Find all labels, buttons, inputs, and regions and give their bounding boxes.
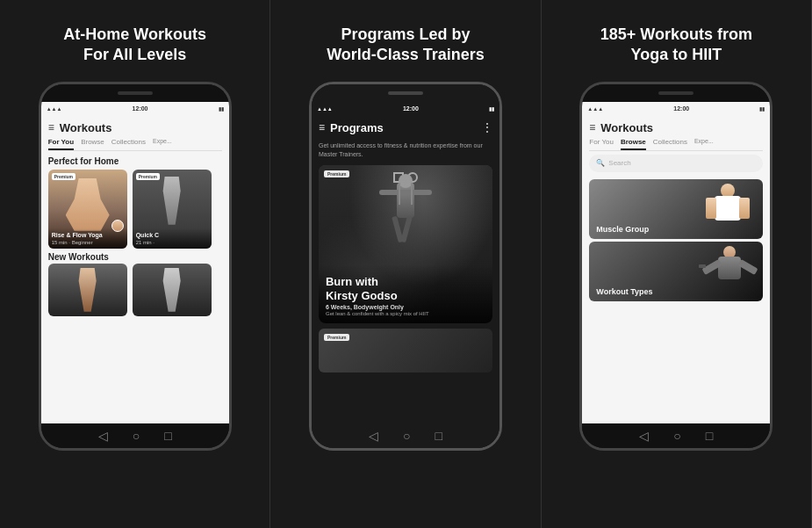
browse-card-types[interactable]: Workout Types xyxy=(589,242,763,301)
phone3: ▲▲▲ 12:00 ▮▮ ≡ Workouts For You Browse C… xyxy=(579,82,772,451)
tab-browse[interactable]: Browse xyxy=(81,138,104,150)
quick-person xyxy=(154,177,190,225)
quick-card-info: Quick C 21 min · xyxy=(133,228,212,248)
phone2-speaker xyxy=(388,91,423,95)
tab3-browse[interactable]: Browse xyxy=(621,138,646,150)
phone2-top-bar xyxy=(312,84,499,102)
panel2-title: Programs Led by World-Class Trainers xyxy=(327,25,485,66)
second-card-badge: Premium xyxy=(324,334,349,341)
phone1-app-header: ≡ Workouts xyxy=(41,116,229,134)
tab3-expert[interactable]: Expe... xyxy=(694,138,714,150)
main-card-premium-badge: Premium xyxy=(324,170,349,177)
program-desc-small: Get lean & confident with a spicy mix of… xyxy=(326,311,485,316)
panel2-title-line1: Programs Led by xyxy=(341,25,470,43)
yoga-premium-badge: Premium xyxy=(52,173,75,180)
new-card-1[interactable] xyxy=(48,264,127,316)
panel3-title-line2: Yoga to HIIT xyxy=(630,46,722,63)
panel1-title: At-Home Workouts For All Levels xyxy=(63,25,206,66)
phone3-time: 12:00 xyxy=(673,105,689,112)
muscle-group-label: Muscle Group xyxy=(596,225,649,234)
tab-expert[interactable]: Expe... xyxy=(153,138,172,150)
phone2-screen: ≡ Programs ⋮ Get unlimited access to fit… xyxy=(312,116,499,423)
quick-card-title: Quick C xyxy=(136,232,208,239)
new-card-person xyxy=(70,268,105,312)
phone1-screen: ≡ Workouts For You Browse Collections Ex… xyxy=(41,116,229,423)
types-dumbbell-right xyxy=(738,259,758,275)
back-nav-icon3[interactable]: ◁ xyxy=(639,429,649,443)
quick-premium-badge: Premium xyxy=(136,173,160,180)
phone3-app-header: ≡ Workouts xyxy=(582,116,770,134)
phone2-carrier: ▲▲▲ xyxy=(317,106,333,112)
phone1-app-title: Workouts xyxy=(60,121,222,134)
phone3-tabs: For You Browse Collections Expe... xyxy=(582,134,770,150)
browse-hamburger-icon: ≡ xyxy=(589,121,595,134)
home-nav-icon3[interactable]: ○ xyxy=(673,429,680,443)
phone3-battery: ▮▮ xyxy=(759,105,765,112)
second-card-premium: Premium xyxy=(324,334,349,341)
phone3-carrier: ▲▲▲ xyxy=(587,106,603,112)
rope-right xyxy=(411,183,413,205)
figure-arms xyxy=(379,190,432,195)
phone1-time: 12:00 xyxy=(133,105,148,112)
programs-dots-icon: ⋮ xyxy=(482,121,492,134)
phone2-status-bar: ▲▲▲ 12:00 ▮▮ xyxy=(312,102,499,116)
phone1-bottom-bar: ◁ ○ □ xyxy=(41,423,229,448)
types-torso xyxy=(718,257,741,279)
jump-figure xyxy=(379,183,432,262)
recents-nav-icon3[interactable]: □ xyxy=(706,429,713,443)
home-nav-icon[interactable]: ○ xyxy=(133,429,140,443)
phone2-app-header: ≡ Programs ⋮ xyxy=(312,116,499,138)
recents-nav-icon[interactable]: □ xyxy=(164,429,171,443)
search-icon: 🔍 xyxy=(596,159,605,167)
phone2-battery: ▮▮ xyxy=(489,105,494,112)
back-nav-icon2[interactable]: ◁ xyxy=(369,429,378,443)
phone3-status-bar: ▲▲▲ 12:00 ▮▮ xyxy=(582,102,770,116)
recents-nav-icon2[interactable]: □ xyxy=(435,429,442,443)
yoga-card-subtitle: 15 min · Beginner xyxy=(52,240,124,245)
panel-at-home: At-Home Workouts For All Levels ▲▲▲ 12:0… xyxy=(0,0,270,528)
tab-for-you[interactable]: For You xyxy=(48,138,74,150)
new-card-person2 xyxy=(154,268,190,312)
figure-leg-right xyxy=(400,216,413,243)
phone2-time: 12:00 xyxy=(403,105,419,112)
browse-card-muscle[interactable]: Muscle Group xyxy=(589,179,763,239)
main-program-card[interactable]: Premium Burn withKirsty Godso 6 Weeks, B… xyxy=(319,165,492,323)
phone2-app-title: Programs xyxy=(330,121,477,134)
search-placeholder-text: Search xyxy=(608,159,630,167)
card-quick[interactable]: Premium Quick C 21 min · xyxy=(133,170,212,249)
new-card-2[interactable] xyxy=(133,264,212,316)
tab3-for-you[interactable]: For You xyxy=(589,138,614,150)
muscle-torso xyxy=(715,196,741,221)
muscle-arm-left xyxy=(706,198,716,219)
phone1-tabs: For You Browse Collections Expe... xyxy=(41,134,229,150)
second-program-card[interactable]: Premium xyxy=(319,329,492,372)
section1-label: Perfect for Home xyxy=(41,151,229,170)
panel3-title: 185+ Workouts from Yoga to HIIT xyxy=(600,25,752,66)
phone1-status-bar: ▲▲▲ 12:00 ▮▮ xyxy=(41,102,229,116)
hamburger-icon: ≡ xyxy=(48,121,54,134)
phone3-app-title: Workouts xyxy=(600,121,763,134)
phone2: ▲▲▲ 12:00 ▮▮ ≡ Programs ⋮ Get unlimited … xyxy=(309,82,502,451)
tab3-collections[interactable]: Collections xyxy=(653,138,687,150)
panel2-title-line2: World-Class Trainers xyxy=(327,46,485,63)
panel1-title-line2: For All Levels xyxy=(83,46,186,63)
search-bar[interactable]: 🔍 Search xyxy=(589,155,763,172)
muscle-arm-right xyxy=(739,198,750,219)
new-workout-cards xyxy=(41,264,229,322)
program-subtitle: 6 Weeks, Bodyweight Only xyxy=(326,304,485,310)
browse-grid: Muscle Group Workout xyxy=(582,176,770,423)
types-person-figure xyxy=(706,246,754,300)
panel1-title-line1: At-Home Workouts xyxy=(63,25,206,43)
card-yoga[interactable]: Premium Rise & Flow Yoga 15 min · Beginn… xyxy=(48,170,127,249)
yoga-card-title: Rise & Flow Yoga xyxy=(52,232,124,239)
tab-collections[interactable]: Collections xyxy=(111,138,146,150)
programs-hamburger-icon: ≡ xyxy=(319,121,325,134)
phone3-top-bar xyxy=(582,84,770,102)
workout-cards: Premium Rise & Flow Yoga 15 min · Beginn… xyxy=(41,170,229,249)
program-card-overlay: Burn withKirsty Godso 6 Weeks, Bodyweigh… xyxy=(319,264,492,323)
workout-types-label: Workout Types xyxy=(596,287,652,296)
panel-browse: 185+ Workouts from Yoga to HIIT ▲▲▲ 12:0… xyxy=(542,0,812,528)
home-nav-icon2[interactable]: ○ xyxy=(403,429,410,443)
back-nav-icon[interactable]: ◁ xyxy=(98,429,108,443)
panel-programs: Programs Led by World-Class Trainers ▲▲▲… xyxy=(270,0,541,528)
